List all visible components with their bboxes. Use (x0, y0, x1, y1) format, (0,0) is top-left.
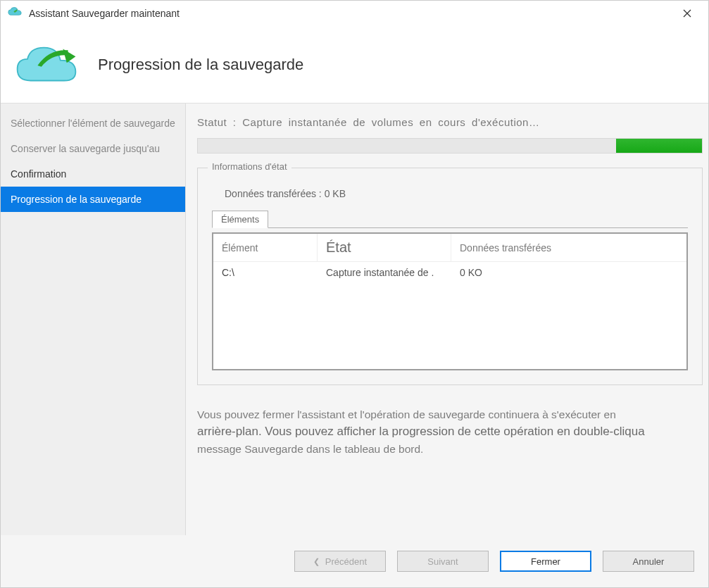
info-line-3: message Sauvegarde dans le tableau de bo… (197, 443, 423, 455)
status-text: Capture instantanée de volumes en cours … (242, 116, 539, 128)
close-icon[interactable] (673, 3, 701, 24)
button-label: Annuler (633, 556, 665, 567)
close-button[interactable]: Fermer (500, 551, 591, 572)
wizard-window: Assistant Sauvegarder maintenant Progres… (0, 0, 709, 588)
info-text: Vous pouvez fermer l'assistant et l'opér… (197, 406, 703, 457)
progress-bar (197, 138, 703, 154)
table-header: Élément État Données transférées (213, 234, 686, 262)
sidebar-item-label: Confirmation (11, 168, 66, 180)
progress-fill (616, 139, 702, 153)
sidebar-item-label: Progression de la sauvegarde (11, 194, 142, 205)
th-state: État (318, 234, 451, 261)
body: Sélectionner l'élément de sauvegarde Con… (1, 104, 708, 535)
titlebar: Assistant Sauvegarder maintenant (1, 1, 708, 26)
state-fieldset: Informations d'état Données transférées … (197, 168, 703, 385)
window-title: Assistant Sauvegarder maintenant (29, 8, 673, 19)
elements-table: Élément État Données transférées C:\ Cap… (212, 232, 688, 370)
info-line-1: Vous pouvez fermer l'assistant et l'opér… (197, 408, 616, 420)
header: Progression de la sauvegarde (1, 26, 708, 104)
button-label: Suivant (427, 556, 458, 567)
data-transferred-label: Données transférées : 0 KB (225, 188, 688, 199)
content: Statut : Capture instantanée de volumes … (186, 104, 708, 535)
status-line: Statut : Capture instantanée de volumes … (197, 116, 703, 128)
th-element: Élément (213, 234, 318, 261)
td-transferred: 0 KO (451, 267, 686, 278)
cloud-backup-icon (15, 40, 78, 89)
status-prefix: Statut : (197, 116, 237, 128)
tab-row: Éléments (212, 211, 688, 228)
th-transferred: Données transférées (451, 234, 686, 261)
button-label: Fermer (531, 556, 560, 567)
td-state: Capture instantanée de . (318, 267, 451, 278)
info-line-2: arrière-plan. Vous pouvez afficher la pr… (197, 425, 645, 438)
next-button[interactable]: Suivant (397, 551, 489, 572)
sidebar: Sélectionner l'élément de sauvegarde Con… (1, 104, 186, 535)
chevron-left-icon: ❮ (313, 557, 320, 566)
sidebar-item-label: Sélectionner l'élément de sauvegarde (11, 118, 175, 129)
sidebar-item-select[interactable]: Sélectionner l'élément de sauvegarde (1, 111, 185, 136)
tab-elements[interactable]: Éléments (212, 211, 268, 228)
page-title: Progression de la sauvegarde (98, 56, 303, 74)
cancel-button[interactable]: Annuler (603, 551, 694, 572)
sidebar-item-progress[interactable]: Progression de la sauvegarde (1, 187, 185, 212)
sidebar-item-label: Conserver la sauvegarde jusqu'au (11, 143, 160, 154)
td-element: C:\ (213, 267, 318, 278)
table-row[interactable]: C:\ Capture instantanée de . 0 KO (213, 262, 686, 283)
sidebar-item-confirmation[interactable]: Confirmation (1, 161, 185, 187)
app-cloud-icon (8, 6, 22, 20)
previous-button[interactable]: ❮ Précédent (294, 551, 386, 572)
button-label: Précédent (325, 556, 367, 567)
fieldset-legend: Informations d'état (208, 161, 291, 172)
sidebar-item-retain[interactable]: Conserver la sauvegarde jusqu'au (1, 136, 185, 161)
footer: ❮ Précédent Suivant Fermer Annuler (1, 535, 708, 587)
